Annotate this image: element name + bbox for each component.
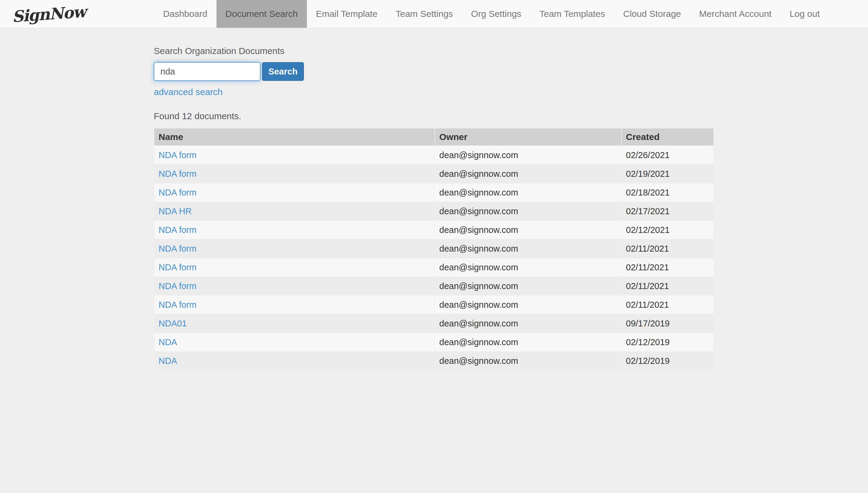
table-row: NDA formdean@signnow.com02/26/2021 <box>154 146 713 164</box>
name-cell: NDA form <box>154 240 434 258</box>
name-cell: NDA form <box>154 146 434 164</box>
document-link[interactable]: NDA <box>159 356 177 366</box>
nav-item-merchant-account[interactable]: Merchant Account <box>690 0 781 28</box>
owner-cell: dean@signnow.com <box>435 333 621 351</box>
name-cell: NDA form <box>154 221 434 239</box>
signnow-logo[interactable]: SignNow <box>12 2 86 26</box>
column-header-owner: Owner <box>435 129 621 145</box>
owner-cell: dean@signnow.com <box>435 314 621 333</box>
table-row: NDA formdean@signnow.com02/11/2021 <box>154 258 713 276</box>
top-navbar: SignNow DashboardDocument SearchEmail Te… <box>0 0 868 28</box>
owner-cell: dean@signnow.com <box>435 258 621 276</box>
document-link[interactable]: NDA form <box>159 169 197 179</box>
name-cell: NDA form <box>154 258 434 276</box>
name-cell: NDA form <box>154 296 434 314</box>
created-cell: 02/12/2019 <box>622 333 713 351</box>
created-cell: 02/11/2021 <box>622 240 713 258</box>
owner-cell: dean@signnow.com <box>435 352 621 370</box>
name-cell: NDA form <box>154 184 434 201</box>
nav-menu: DashboardDocument SearchEmail TemplateTe… <box>154 0 829 28</box>
document-link[interactable]: NDA form <box>159 150 197 160</box>
owner-cell: dean@signnow.com <box>435 296 621 314</box>
document-link[interactable]: NDA form <box>159 300 197 309</box>
created-cell: 02/12/2019 <box>622 352 713 370</box>
owner-cell: dean@signnow.com <box>435 240 621 258</box>
document-link[interactable]: NDA form <box>159 262 197 272</box>
nav-item-org-settings[interactable]: Org Settings <box>462 0 530 28</box>
owner-cell: dean@signnow.com <box>435 277 621 295</box>
results-table-header: Name Owner Created <box>154 129 713 145</box>
document-link[interactable]: NDA form <box>159 225 197 235</box>
owner-cell: dean@signnow.com <box>435 146 621 164</box>
created-cell: 02/11/2021 <box>622 258 713 276</box>
owner-cell: dean@signnow.com <box>435 184 621 201</box>
created-cell: 02/11/2021 <box>622 277 713 295</box>
document-link[interactable]: NDA form <box>159 244 197 253</box>
name-cell: NDA form <box>154 277 434 295</box>
name-cell: NDA01 <box>154 314 434 333</box>
nav-item-dashboard[interactable]: Dashboard <box>154 0 216 28</box>
created-cell: 02/18/2021 <box>622 184 713 201</box>
document-link[interactable]: NDA HR <box>159 206 192 216</box>
results-summary: Found 12 documents. <box>154 111 868 121</box>
table-row: NDAdean@signnow.com02/12/2019 <box>154 352 713 370</box>
owner-cell: dean@signnow.com <box>435 202 621 220</box>
created-cell: 02/12/2021 <box>622 221 713 239</box>
owner-cell: dean@signnow.com <box>435 221 621 239</box>
table-row: NDA formdean@signnow.com02/11/2021 <box>154 296 713 314</box>
advanced-search-link[interactable]: advanced search <box>154 87 223 97</box>
name-cell: NDA <box>154 352 434 370</box>
name-cell: NDA form <box>154 165 434 183</box>
document-link[interactable]: NDA form <box>159 188 197 197</box>
created-cell: 02/17/2021 <box>622 202 713 220</box>
results-table-body: NDA formdean@signnow.com02/26/2021NDA fo… <box>154 146 713 370</box>
created-cell: 02/11/2021 <box>622 296 713 314</box>
nav-item-email-template[interactable]: Email Template <box>307 0 387 28</box>
table-row: NDAdean@signnow.com02/12/2019 <box>154 333 713 351</box>
search-section-title: Search Organization Documents <box>154 46 868 56</box>
document-search-page: Search Organization Documents Search adv… <box>0 46 868 370</box>
results-table: Name Owner Created NDA formdean@signnow.… <box>154 128 714 370</box>
created-cell: 09/17/2019 <box>622 314 713 333</box>
table-row: NDA HRdean@signnow.com02/17/2021 <box>154 202 713 220</box>
search-form: Search <box>154 62 868 81</box>
owner-cell: dean@signnow.com <box>435 165 621 183</box>
nav-item-document-search[interactable]: Document Search <box>216 0 307 28</box>
nav-item-cloud-storage[interactable]: Cloud Storage <box>614 0 690 28</box>
nav-item-team-settings[interactable]: Team Settings <box>387 0 462 28</box>
nav-item-team-templates[interactable]: Team Templates <box>530 0 614 28</box>
table-row: NDA formdean@signnow.com02/11/2021 <box>154 277 713 295</box>
created-cell: 02/26/2021 <box>622 146 713 164</box>
table-row: NDA01dean@signnow.com09/17/2019 <box>154 314 713 333</box>
document-link[interactable]: NDA01 <box>159 319 187 328</box>
table-row: NDA formdean@signnow.com02/11/2021 <box>154 240 713 258</box>
document-link[interactable]: NDA form <box>159 281 197 291</box>
document-link[interactable]: NDA <box>159 337 177 347</box>
table-row: NDA formdean@signnow.com02/19/2021 <box>154 165 713 183</box>
created-cell: 02/19/2021 <box>622 165 713 183</box>
search-input[interactable] <box>154 62 260 81</box>
search-button[interactable]: Search <box>262 62 304 81</box>
nav-item-log-out[interactable]: Log out <box>781 0 829 28</box>
table-row: NDA formdean@signnow.com02/12/2021 <box>154 221 713 239</box>
column-header-name: Name <box>154 129 434 145</box>
name-cell: NDA <box>154 333 434 351</box>
table-row: NDA formdean@signnow.com02/18/2021 <box>154 184 713 201</box>
name-cell: NDA HR <box>154 202 434 220</box>
column-header-created: Created <box>622 129 713 145</box>
